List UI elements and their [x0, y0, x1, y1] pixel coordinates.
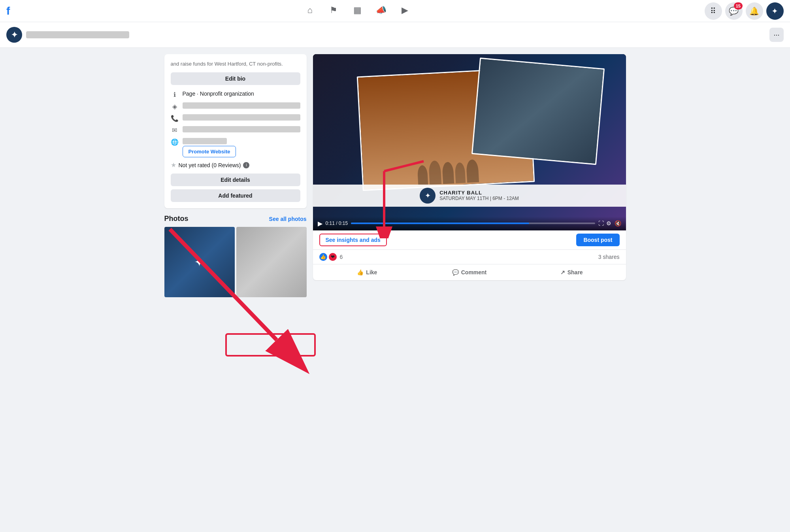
messenger-button[interactable]: 💬 15: [725, 2, 743, 20]
website-text[interactable]: [183, 138, 227, 144]
phone-icon: 📞: [171, 115, 179, 122]
main-layout: and raise funds for West Hartford, CT no…: [158, 48, 632, 304]
ads-nav-icon[interactable]: 📣: [371, 2, 391, 21]
post-card: ✦ CHARITY BALL SATURDAY MAY 11TH | 6PM -…: [313, 54, 626, 280]
page-name: ███████████████████████: [26, 31, 129, 38]
annotation-container: See insights and ads Boost post: [313, 230, 626, 250]
photos-header: Photos See all photos: [164, 215, 307, 223]
website-row: 🌐 Promote Website: [171, 138, 300, 157]
photo-image-2: [236, 227, 307, 297]
photo-thumb-1[interactable]: ✦: [164, 227, 235, 297]
see-insights-button[interactable]: See insights and ads: [319, 234, 387, 246]
video-nav-icon[interactable]: ▶: [394, 2, 415, 21]
address-text: [183, 102, 300, 109]
photos-title: Photos: [164, 215, 189, 223]
photo-grid: ✦: [164, 227, 307, 297]
settings-icon[interactable]: ⚙: [606, 220, 611, 226]
charity-name: CHARITY BALL: [439, 190, 519, 196]
play-button[interactable]: ▶: [318, 220, 322, 227]
phone-text: [183, 114, 300, 121]
heart-reaction: ❤: [329, 253, 337, 261]
charity-text: CHARITY BALL SATURDAY MAY 11TH | 6PM - 1…: [439, 190, 519, 201]
comment-icon: 💬: [452, 269, 459, 275]
reactions-row: 👍 ❤ 6 3 shares: [313, 250, 626, 264]
collage-photo-right: [471, 58, 605, 165]
star-icon: ★: [171, 161, 176, 169]
phone-row: 📞: [171, 114, 300, 122]
video-controls: ▶ 0:11 / 0:15 ⛶ ⚙ 🔇: [313, 217, 626, 230]
email-text: [183, 126, 300, 132]
pages-nav-icon[interactable]: ⚑: [323, 2, 344, 21]
page-type-row: ℹ Page · Nonprofit organization: [171, 91, 300, 98]
fullscreen-icon[interactable]: ⛶: [598, 220, 604, 226]
like-reaction: 👍: [319, 253, 327, 261]
share-button[interactable]: ↗ Share: [520, 266, 623, 279]
like-label: Like: [366, 269, 377, 275]
bio-text: and raise funds for West Hartford, CT no…: [171, 60, 300, 68]
nav-center: ⌂ ⚑ ▦ 📣 ▶: [300, 2, 415, 21]
page-logo: ✦: [6, 27, 22, 43]
more-options-button[interactable]: ···: [769, 28, 784, 42]
messenger-badge: 15: [734, 2, 743, 9]
boost-post-button[interactable]: Boost post: [576, 234, 619, 246]
share-label: Share: [568, 269, 583, 275]
page-header-left: ✦ ███████████████████████: [6, 27, 129, 43]
page-type-text: Page · Nonprofit organization: [183, 91, 300, 97]
edit-bio-button[interactable]: Edit bio: [171, 72, 300, 85]
video-container[interactable]: ✦ CHARITY BALL SATURDAY MAY 11TH | 6PM -…: [313, 54, 626, 230]
info-icon: ℹ: [171, 91, 179, 98]
email-icon: ✉: [171, 126, 179, 134]
location-icon: ◈: [171, 103, 179, 110]
right-content: ✦ CHARITY BALL SATURDAY MAY 11TH | 6PM -…: [313, 54, 626, 297]
left-sidebar: and raise funds for West Hartford, CT no…: [164, 54, 307, 297]
see-all-photos-link[interactable]: See all photos: [269, 216, 307, 222]
charity-logo: ✦: [420, 188, 436, 204]
facebook-logo: f: [6, 5, 10, 17]
like-icon: 👍: [357, 269, 364, 275]
comment-label: Comment: [461, 269, 487, 275]
edit-details-button[interactable]: Edit details: [171, 174, 300, 186]
charity-date: SATURDAY MAY 11TH | 6PM - 12AM: [439, 196, 519, 201]
progress-fill: [351, 223, 529, 224]
action-buttons-row: 👍 Like 💬 Comment ↗ Share: [313, 264, 626, 280]
rating-info-icon[interactable]: i: [243, 162, 249, 168]
like-button[interactable]: 👍 Like: [316, 266, 419, 279]
top-nav: f ⌂ ⚑ ▦ 📣 ▶ ⠿ 💬 15 🔔 ✦: [0, 0, 790, 22]
nav-left: f: [6, 5, 10, 17]
home-nav-icon[interactable]: ⌂: [300, 2, 320, 21]
shares-text: 3 shares: [598, 254, 620, 260]
globe-icon: 🌐: [171, 138, 179, 146]
website-container: Promote Website: [183, 138, 236, 157]
address-row: ◈: [171, 102, 300, 110]
video-background: ✦ CHARITY BALL SATURDAY MAY 11TH | 6PM -…: [313, 54, 626, 230]
account-button[interactable]: ✦: [766, 2, 784, 20]
share-icon: ↗: [560, 269, 565, 275]
progress-bar[interactable]: [351, 223, 595, 224]
comment-button[interactable]: 💬 Comment: [418, 266, 520, 279]
video-control-icons: ⛶ ⚙: [598, 220, 611, 226]
menu-button[interactable]: ⠿: [705, 2, 722, 20]
notifications-button[interactable]: 🔔: [746, 2, 763, 20]
sidebar-card: and raise funds for West Hartford, CT no…: [164, 54, 307, 208]
reaction-icons: 👍 ❤ 6: [319, 253, 343, 261]
nav-right: ⠿ 💬 15 🔔 ✦: [705, 2, 784, 20]
page-header: ✦ ███████████████████████ ···: [0, 22, 790, 48]
charity-overlay: ✦ CHARITY BALL SATURDAY MAY 11TH | 6PM -…: [313, 185, 626, 207]
promote-website-button[interactable]: Promote Website: [183, 146, 236, 157]
post-actions-bar: See insights and ads Boost post: [313, 230, 626, 250]
reaction-count: 6: [340, 254, 343, 260]
time-display: 0:11 / 0:15: [326, 221, 348, 226]
rating-row: ★ Not yet rated (0 Reviews) i: [171, 161, 300, 169]
photo-image-1: ✦: [164, 227, 235, 297]
insights-nav-icon[interactable]: ▦: [347, 2, 368, 21]
photo-thumb-2[interactable]: [236, 227, 307, 297]
photos-section: Photos See all photos ✦: [164, 215, 307, 297]
volume-button[interactable]: 🔇: [615, 220, 621, 226]
email-row: ✉: [171, 126, 300, 134]
add-featured-button[interactable]: Add featured: [171, 189, 300, 202]
rating-text: Not yet rated (0 Reviews): [179, 162, 241, 168]
